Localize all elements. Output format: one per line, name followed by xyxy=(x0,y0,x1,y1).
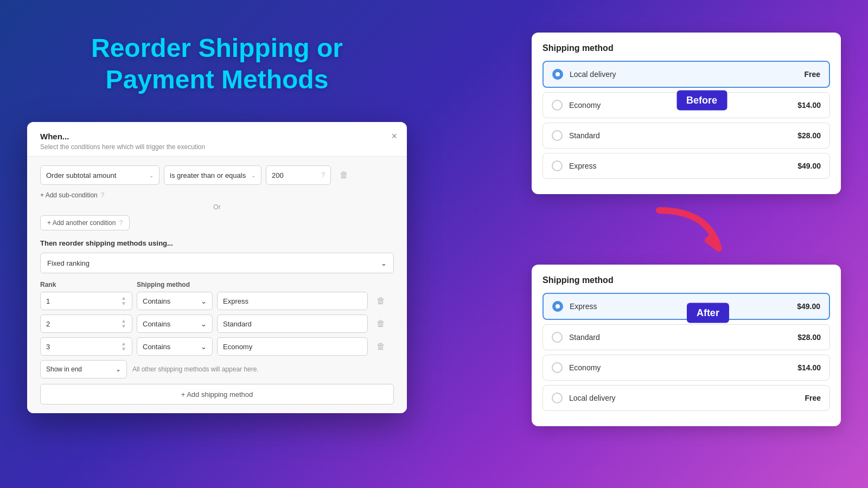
dialog-subtitle: Select the conditions here which will tr… xyxy=(40,143,394,151)
right-section: Shipping method Local delivery Free Econ… xyxy=(532,33,841,437)
shipping-name: Economy xyxy=(569,363,797,372)
shipping-option-after-1[interactable]: Standard $28.00 xyxy=(542,324,830,350)
add-sub-condition-row: + Add sub-condition ? xyxy=(40,191,394,199)
add-sub-condition-label[interactable]: + Add sub-condition xyxy=(40,191,98,199)
radio-button xyxy=(552,301,563,312)
after-shipping-card: Shipping method Express $49.00 Standard … xyxy=(532,265,841,426)
after-badge: After xyxy=(687,303,729,323)
contains-select-3[interactable]: Contains ⌄ xyxy=(137,337,213,356)
shipping-price: $14.00 xyxy=(797,363,821,372)
shipping-name: Local delivery xyxy=(570,70,804,79)
before-shipping-card: Shipping method Local delivery Free Econ… xyxy=(532,33,841,194)
shipping-name: Standard xyxy=(569,131,797,140)
help-icon-2: ? xyxy=(101,191,105,199)
shipping-name: Express xyxy=(570,302,797,311)
table-row: 1 ▲▼ Contains ⌄ Express 🗑 xyxy=(40,292,394,310)
radio-button xyxy=(552,362,563,373)
order-field-select[interactable]: Order subtotal amount ⌄ xyxy=(40,165,159,185)
condition-row: Order subtotal amount ⌄ is greater than … xyxy=(40,165,394,185)
shipping-price: $28.00 xyxy=(797,333,821,342)
arrow-container xyxy=(532,205,841,265)
method-input-3[interactable]: Economy xyxy=(217,337,368,356)
before-card-title: Shipping method xyxy=(542,43,830,53)
shipping-name: Standard xyxy=(569,333,797,342)
shipping-option-before-0[interactable]: Local delivery Free xyxy=(542,61,830,88)
shipping-price: $49.00 xyxy=(797,302,820,311)
chevron-down-icon: ⌄ xyxy=(116,365,121,373)
delete-row-3-button[interactable]: 🗑 xyxy=(372,338,390,355)
then-label: Then reorder shipping methods using... xyxy=(40,239,394,247)
close-button[interactable]: × xyxy=(391,131,397,142)
stepper-icon: ▲▼ xyxy=(121,341,126,352)
show-in-end-select[interactable]: Show in end ⌄ xyxy=(40,360,127,378)
chevron-down-icon: ⌄ xyxy=(201,320,207,328)
stepper-icon: ▲▼ xyxy=(121,318,126,329)
method-input-1[interactable]: Express xyxy=(217,292,368,310)
left-section: Reorder Shipping or Payment Methods When… xyxy=(0,0,434,488)
before-badge: Before xyxy=(676,91,727,111)
help-icon-3: ? xyxy=(119,219,123,227)
chevron-down-icon: ⌄ xyxy=(201,297,207,305)
stepper-icon: ▲▼ xyxy=(121,296,126,306)
radio-button xyxy=(552,100,563,111)
rank-input-2[interactable]: 2 ▲▼ xyxy=(40,314,132,333)
shipping-option-after-2[interactable]: Economy $14.00 xyxy=(542,355,830,381)
rank-input-1[interactable]: 1 ▲▼ xyxy=(40,292,132,310)
table-row: 2 ▲▼ Contains ⌄ Standard 🗑 xyxy=(40,314,394,333)
table-row: 3 ▲▼ Contains ⌄ Economy 🗑 xyxy=(40,337,394,356)
chevron-down-icon: ⌄ xyxy=(149,172,154,178)
operator-select[interactable]: is greater than or equals ⌄ xyxy=(164,165,261,185)
shipping-column-header: Shipping method xyxy=(137,281,213,288)
dialog-body: Order subtotal amount ⌄ is greater than … xyxy=(27,157,407,413)
dialog-header: When... Select the conditions here which… xyxy=(27,122,407,157)
radio-button xyxy=(552,332,563,343)
dialog-box: When... Select the conditions here which… xyxy=(27,122,407,413)
radio-button xyxy=(552,160,563,171)
chevron-down-icon: ⌄ xyxy=(251,172,256,178)
shipping-option-before-3[interactable]: Express $49.00 xyxy=(542,153,830,179)
radio-button xyxy=(552,69,563,80)
dialog-title: When... xyxy=(40,132,394,141)
shipping-price: Free xyxy=(804,70,820,79)
or-divider: Or xyxy=(40,203,394,211)
contains-select-1[interactable]: Contains ⌄ xyxy=(137,292,213,310)
shipping-price: $14.00 xyxy=(797,101,821,110)
shipping-option-after-3[interactable]: Local delivery Free xyxy=(542,385,830,411)
radio-button xyxy=(552,130,563,141)
method-input-2[interactable]: Standard xyxy=(217,314,368,333)
shipping-name: Local delivery xyxy=(569,394,805,402)
add-shipping-button[interactable]: + Add shipping method xyxy=(40,384,394,404)
after-card-title: Shipping method xyxy=(542,275,830,285)
show-in-end-note: All other shipping methods will appear h… xyxy=(132,365,259,373)
help-icon: ? xyxy=(321,171,325,179)
shipping-price: Free xyxy=(805,394,821,402)
shipping-price: $49.00 xyxy=(797,162,821,170)
rank-column-header: Rank xyxy=(40,281,132,288)
shipping-option-before-2[interactable]: Standard $28.00 xyxy=(542,123,830,149)
delete-row-2-button[interactable]: 🗑 xyxy=(372,315,390,332)
radio-button xyxy=(552,393,563,403)
delete-condition-button[interactable]: 🗑 xyxy=(335,166,353,184)
delete-row-1-button[interactable]: 🗑 xyxy=(372,292,390,310)
table-header: Rank Shipping method xyxy=(40,281,394,292)
chevron-down-icon: ⌄ xyxy=(381,259,387,267)
rank-input-3[interactable]: 3 ▲▼ xyxy=(40,337,132,356)
show-in-end-row: Show in end ⌄ All other shipping methods… xyxy=(40,360,394,378)
add-another-condition-button[interactable]: + Add another condition ? xyxy=(40,215,130,230)
main-title: Reorder Shipping or Payment Methods xyxy=(91,33,343,95)
value-input[interactable]: 200 ? xyxy=(266,165,331,185)
ranking-method-select[interactable]: Fixed ranking ⌄ xyxy=(40,253,394,273)
shipping-price: $28.00 xyxy=(797,131,821,140)
chevron-down-icon: ⌄ xyxy=(201,343,207,351)
arrow-icon xyxy=(643,205,730,265)
contains-select-2[interactable]: Contains ⌄ xyxy=(137,314,213,333)
shipping-name: Express xyxy=(569,162,797,170)
